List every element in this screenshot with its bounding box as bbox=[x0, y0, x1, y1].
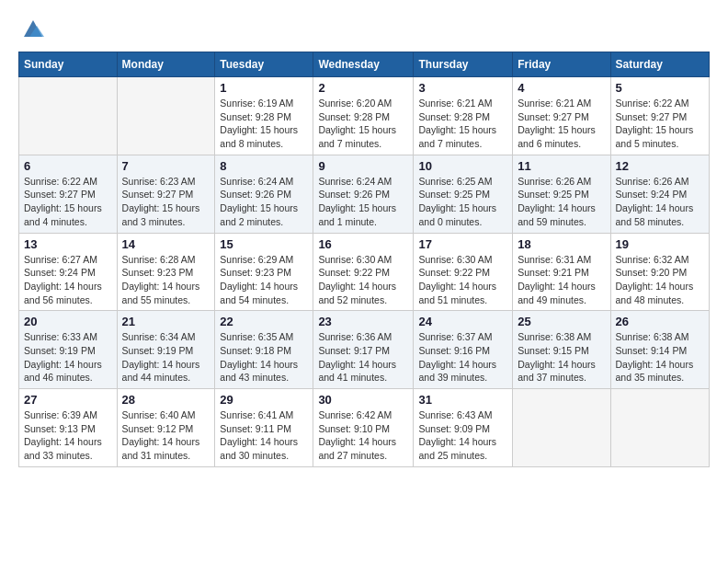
day-info: Sunrise: 6:29 AM Sunset: 9:23 PM Dayligh… bbox=[220, 253, 308, 307]
day-info: Sunrise: 6:30 AM Sunset: 9:22 PM Dayligh… bbox=[318, 253, 408, 307]
day-info: Sunrise: 6:32 AM Sunset: 9:20 PM Dayligh… bbox=[616, 253, 705, 307]
day-number: 17 bbox=[418, 237, 507, 251]
day-info: Sunrise: 6:41 AM Sunset: 9:11 PM Dayligh… bbox=[220, 408, 308, 463]
calendar-table: SundayMondayTuesdayWednesdayThursdayFrid… bbox=[18, 52, 710, 467]
calendar-cell: 25Sunrise: 6:38 AM Sunset: 9:15 PM Dayli… bbox=[513, 311, 610, 389]
day-info: Sunrise: 6:38 AM Sunset: 9:15 PM Dayligh… bbox=[518, 330, 605, 385]
day-number: 14 bbox=[122, 237, 210, 251]
day-number: 31 bbox=[418, 393, 507, 407]
day-number: 27 bbox=[24, 393, 112, 407]
day-number: 2 bbox=[318, 81, 408, 95]
day-number: 5 bbox=[616, 81, 705, 95]
calendar-cell: 26Sunrise: 6:38 AM Sunset: 9:14 PM Dayli… bbox=[610, 311, 710, 389]
week-row-5: 27Sunrise: 6:39 AM Sunset: 9:13 PM Dayli… bbox=[19, 389, 710, 467]
day-number: 24 bbox=[418, 315, 507, 328]
day-info: Sunrise: 6:35 AM Sunset: 9:18 PM Dayligh… bbox=[220, 330, 308, 385]
day-number: 16 bbox=[318, 237, 408, 251]
calendar-cell: 15Sunrise: 6:29 AM Sunset: 9:23 PM Dayli… bbox=[215, 233, 313, 311]
day-info: Sunrise: 6:33 AM Sunset: 9:19 PM Dayligh… bbox=[24, 330, 112, 385]
day-number: 6 bbox=[24, 159, 112, 173]
calendar-cell: 23Sunrise: 6:36 AM Sunset: 9:17 PM Dayli… bbox=[313, 311, 414, 389]
page: SundayMondayTuesdayWednesdayThursdayFrid… bbox=[0, 0, 728, 563]
day-number: 21 bbox=[122, 315, 210, 328]
calendar-cell bbox=[513, 389, 610, 467]
calendar-cell: 24Sunrise: 6:37 AM Sunset: 9:16 PM Dayli… bbox=[414, 311, 513, 389]
day-number: 10 bbox=[418, 159, 507, 173]
day-info: Sunrise: 6:28 AM Sunset: 9:23 PM Dayligh… bbox=[122, 253, 210, 307]
calendar-cell: 12Sunrise: 6:26 AM Sunset: 9:24 PM Dayli… bbox=[610, 155, 710, 233]
calendar-cell: 2Sunrise: 6:20 AM Sunset: 9:28 PM Daylig… bbox=[313, 77, 414, 155]
day-info: Sunrise: 6:26 AM Sunset: 9:25 PM Dayligh… bbox=[518, 175, 605, 229]
logo-icon bbox=[20, 17, 46, 42]
day-number: 3 bbox=[418, 81, 507, 95]
calendar-cell: 3Sunrise: 6:21 AM Sunset: 9:28 PM Daylig… bbox=[414, 77, 513, 155]
weekday-friday: Friday bbox=[513, 52, 610, 77]
day-info: Sunrise: 6:23 AM Sunset: 9:27 PM Dayligh… bbox=[122, 175, 210, 229]
week-row-1: 1Sunrise: 6:19 AM Sunset: 9:28 PM Daylig… bbox=[19, 77, 710, 155]
day-info: Sunrise: 6:31 AM Sunset: 9:21 PM Dayligh… bbox=[518, 253, 605, 307]
header bbox=[18, 17, 710, 42]
day-info: Sunrise: 6:25 AM Sunset: 9:25 PM Dayligh… bbox=[418, 175, 507, 229]
calendar-cell: 28Sunrise: 6:40 AM Sunset: 9:12 PM Dayli… bbox=[117, 389, 215, 467]
calendar-cell: 14Sunrise: 6:28 AM Sunset: 9:23 PM Dayli… bbox=[117, 233, 215, 311]
weekday-header-row: SundayMondayTuesdayWednesdayThursdayFrid… bbox=[19, 52, 710, 77]
calendar-cell: 21Sunrise: 6:34 AM Sunset: 9:19 PM Dayli… bbox=[117, 311, 215, 389]
weekday-sunday: Sunday bbox=[19, 52, 118, 77]
day-info: Sunrise: 6:22 AM Sunset: 9:27 PM Dayligh… bbox=[616, 97, 705, 151]
calendar-cell: 22Sunrise: 6:35 AM Sunset: 9:18 PM Dayli… bbox=[215, 311, 313, 389]
day-number: 30 bbox=[318, 393, 408, 407]
day-info: Sunrise: 6:22 AM Sunset: 9:27 PM Dayligh… bbox=[24, 175, 112, 229]
day-info: Sunrise: 6:43 AM Sunset: 9:09 PM Dayligh… bbox=[418, 408, 507, 463]
calendar-cell: 19Sunrise: 6:32 AM Sunset: 9:20 PM Dayli… bbox=[610, 233, 710, 311]
calendar-cell bbox=[610, 389, 710, 467]
day-info: Sunrise: 6:24 AM Sunset: 9:26 PM Dayligh… bbox=[318, 175, 408, 229]
logo bbox=[18, 17, 46, 42]
calendar-cell: 10Sunrise: 6:25 AM Sunset: 9:25 PM Dayli… bbox=[414, 155, 513, 233]
calendar-cell: 1Sunrise: 6:19 AM Sunset: 9:28 PM Daylig… bbox=[215, 77, 313, 155]
day-number: 4 bbox=[518, 81, 605, 95]
day-number: 15 bbox=[220, 237, 308, 251]
day-number: 20 bbox=[24, 315, 112, 328]
day-info: Sunrise: 6:27 AM Sunset: 9:24 PM Dayligh… bbox=[24, 253, 112, 307]
day-info: Sunrise: 6:36 AM Sunset: 9:17 PM Dayligh… bbox=[318, 330, 408, 385]
week-row-2: 6Sunrise: 6:22 AM Sunset: 9:27 PM Daylig… bbox=[19, 155, 710, 233]
week-row-3: 13Sunrise: 6:27 AM Sunset: 9:24 PM Dayli… bbox=[19, 233, 710, 311]
weekday-wednesday: Wednesday bbox=[313, 52, 414, 77]
calendar-cell: 13Sunrise: 6:27 AM Sunset: 9:24 PM Dayli… bbox=[19, 233, 118, 311]
day-number: 22 bbox=[220, 315, 308, 328]
day-number: 29 bbox=[220, 393, 308, 407]
calendar-cell: 18Sunrise: 6:31 AM Sunset: 9:21 PM Dayli… bbox=[513, 233, 610, 311]
day-number: 7 bbox=[122, 159, 210, 173]
calendar-cell: 29Sunrise: 6:41 AM Sunset: 9:11 PM Dayli… bbox=[215, 389, 313, 467]
day-number: 9 bbox=[318, 159, 408, 173]
day-number: 13 bbox=[24, 237, 112, 251]
day-info: Sunrise: 6:39 AM Sunset: 9:13 PM Dayligh… bbox=[24, 408, 112, 463]
day-info: Sunrise: 6:24 AM Sunset: 9:26 PM Dayligh… bbox=[220, 175, 308, 229]
day-info: Sunrise: 6:40 AM Sunset: 9:12 PM Dayligh… bbox=[122, 408, 210, 463]
calendar-cell: 20Sunrise: 6:33 AM Sunset: 9:19 PM Dayli… bbox=[19, 311, 118, 389]
day-number: 28 bbox=[122, 393, 210, 407]
calendar-cell bbox=[117, 77, 215, 155]
weekday-tuesday: Tuesday bbox=[215, 52, 313, 77]
calendar-cell: 5Sunrise: 6:22 AM Sunset: 9:27 PM Daylig… bbox=[610, 77, 710, 155]
day-info: Sunrise: 6:26 AM Sunset: 9:24 PM Dayligh… bbox=[616, 175, 705, 229]
day-number: 11 bbox=[518, 159, 605, 173]
day-number: 26 bbox=[616, 315, 705, 328]
day-info: Sunrise: 6:34 AM Sunset: 9:19 PM Dayligh… bbox=[122, 330, 210, 385]
week-row-4: 20Sunrise: 6:33 AM Sunset: 9:19 PM Dayli… bbox=[19, 311, 710, 389]
day-number: 23 bbox=[318, 315, 408, 328]
day-number: 8 bbox=[220, 159, 308, 173]
calendar-cell: 27Sunrise: 6:39 AM Sunset: 9:13 PM Dayli… bbox=[19, 389, 118, 467]
day-info: Sunrise: 6:42 AM Sunset: 9:10 PM Dayligh… bbox=[318, 408, 408, 463]
day-info: Sunrise: 6:21 AM Sunset: 9:27 PM Dayligh… bbox=[518, 97, 605, 151]
calendar-cell: 7Sunrise: 6:23 AM Sunset: 9:27 PM Daylig… bbox=[117, 155, 215, 233]
day-info: Sunrise: 6:20 AM Sunset: 9:28 PM Dayligh… bbox=[318, 97, 408, 151]
calendar-cell: 31Sunrise: 6:43 AM Sunset: 9:09 PM Dayli… bbox=[414, 389, 513, 467]
calendar-cell: 30Sunrise: 6:42 AM Sunset: 9:10 PM Dayli… bbox=[313, 389, 414, 467]
day-info: Sunrise: 6:30 AM Sunset: 9:22 PM Dayligh… bbox=[418, 253, 507, 307]
day-number: 18 bbox=[518, 237, 605, 251]
calendar-cell: 9Sunrise: 6:24 AM Sunset: 9:26 PM Daylig… bbox=[313, 155, 414, 233]
day-number: 19 bbox=[616, 237, 705, 251]
calendar-cell: 4Sunrise: 6:21 AM Sunset: 9:27 PM Daylig… bbox=[513, 77, 610, 155]
weekday-saturday: Saturday bbox=[610, 52, 710, 77]
